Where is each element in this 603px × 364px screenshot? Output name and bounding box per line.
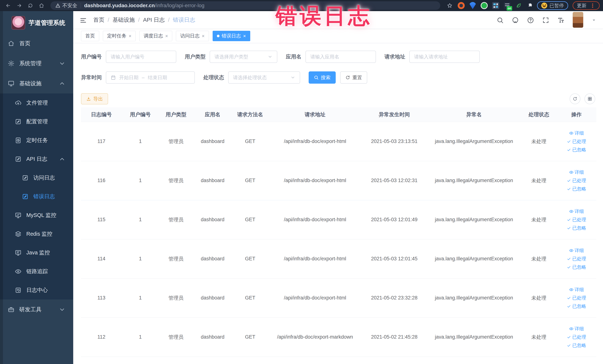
site-security[interactable]: 不安全 [55,2,77,9]
search-button[interactable]: 搜索 [309,71,336,84]
cell-url: /api/infra/db-doc/export-html [268,239,362,278]
action-详细[interactable]: 详细 [569,208,584,214]
cell-app_name: dashboard [193,239,232,278]
sidebar-item-研发工具[interactable]: 研发工具 [0,299,73,319]
extension-orange-icon[interactable] [458,2,465,9]
column-header: 用户编号 [122,107,159,122]
request-url-input[interactable] [409,51,480,63]
column-header: 异常发生时间 [362,107,427,122]
cell-actions: 详细已处理已忽略 [557,161,596,200]
action-详细[interactable]: 详细 [569,130,584,136]
sidebar-item-MySQL-监控[interactable]: MySQL 监控 [0,206,73,224]
close-icon[interactable]: × [129,34,131,38]
action-详细[interactable]: 详细 [569,286,584,293]
sidebar-item-链路追踪[interactable]: 链路追踪 [0,262,73,281]
action-已处理[interactable]: 已处理 [567,334,586,340]
breadcrumb-item[interactable]: 首页 [93,16,104,24]
edit-square-icon [22,175,29,181]
browser-forward-icon[interactable] [14,1,24,10]
tab-调度日志[interactable]: 调度日志× [139,31,172,41]
collapse-menu-icon[interactable] [80,16,87,24]
check-icon [567,304,571,309]
action-已处理[interactable]: 已处理 [567,177,586,184]
user-id-input[interactable] [106,51,176,63]
sidebar-item-Redis-监控[interactable]: Redis 监控 [0,224,73,243]
breadcrumb-item[interactable]: 基础设施 [113,16,135,24]
process-status-select[interactable]: 请选择处理状态 [228,71,300,84]
sidebar-item-首页[interactable]: 首页 [0,33,73,53]
action-已处理[interactable]: 已处理 [567,295,586,301]
sidebar-item-错误日志[interactable]: 错误日志 [0,187,73,206]
sidebar-item-系统管理[interactable]: 系统管理 [0,53,73,73]
export-button[interactable]: 导出 [81,93,108,104]
extensions-puzzle-icon[interactable] [527,2,534,9]
extension-grid-icon[interactable] [492,2,499,9]
user-type-select[interactable]: 请选择用户类型 [210,51,277,63]
action-已忽略[interactable]: 已忽略 [567,303,586,309]
app-name-label: 应用名 [286,53,302,60]
action-已忽略[interactable]: 已忽略 [567,147,586,153]
browser-menu-dots-icon[interactable]: ⋮ [590,2,595,9]
reset-button[interactable]: 重置 [340,71,367,84]
browser-reload-icon[interactable] [26,1,35,10]
chevron-up-icon [59,80,65,87]
close-icon[interactable]: × [165,34,168,38]
extension-blue-icon[interactable] [469,2,476,9]
security-label: 不安全 [62,2,77,9]
action-详细[interactable]: 详细 [569,326,584,332]
browser-back-icon[interactable] [3,1,13,10]
refresh-table-button[interactable] [570,94,580,104]
column-settings-button[interactable] [584,94,595,104]
cell-status: 未处理 [521,239,557,278]
sidebar-item-API-日志[interactable]: API 日志 [0,150,73,168]
column-header: 应用名 [193,107,232,122]
action-已忽略[interactable]: 已忽略 [567,186,586,192]
sidebar-item-定时任务[interactable]: 定时任务 [0,131,73,150]
paused-extension-pill[interactable]: 已暂停 [537,1,568,10]
action-已处理[interactable]: 已处理 [567,138,586,144]
date-range-picker[interactable]: 开始日期 – 结束日期 [106,71,195,84]
action-已处理[interactable]: 已处理 [567,217,586,223]
cell-exception: java.lang.IllegalArgumentException [427,200,521,239]
sidebar-item-日志中心[interactable]: 日志中心 [0,281,73,299]
tab-首页[interactable]: 首页 [81,31,99,41]
address-bar[interactable]: 不安全 dashboard.yudao.iocoder.cn/infra/log… [50,1,440,10]
breadcrumb-item[interactable]: API 日志 [143,16,165,24]
action-已忽略[interactable]: 已忽略 [567,225,586,231]
action-详细[interactable]: 详细 [569,247,584,254]
avatar-caret-icon[interactable] [591,17,596,23]
app-logo[interactable]: 芋道管理系统 [0,11,73,33]
user-avatar[interactable] [573,12,583,28]
fullscreen-icon[interactable] [542,16,549,24]
action-详细[interactable]: 详细 [569,169,584,175]
update-button[interactable]: 更新 ⋮ [573,1,600,10]
font-size-icon[interactable] [557,16,564,24]
tab-错误日志[interactable]: 错误日志× [213,31,250,41]
close-icon[interactable]: × [243,34,246,38]
github-icon[interactable] [512,16,519,24]
tab-访问日志[interactable]: 访问日志× [176,31,209,41]
chevron-up-icon [59,156,65,163]
sidebar-item-Java-监控[interactable]: Java 监控 [0,243,73,262]
action-已忽略[interactable]: 已忽略 [567,342,586,348]
chevron-down-icon [268,54,272,59]
tab-定时任务[interactable]: 定时任务× [103,31,136,41]
extension-green-icon[interactable] [481,2,488,9]
table-row: 1121管理员dashboardGET/api/infra/db-doc/exp… [81,317,596,357]
home-icon [8,40,14,47]
sidebar-item-基础设施[interactable]: 基础设施 [0,73,73,94]
extension-leaf-icon[interactable] [515,2,522,9]
action-已忽略[interactable]: 已忽略 [567,264,586,270]
sidebar-item-配置管理[interactable]: 配置管理 [0,112,73,131]
close-icon[interactable]: × [202,34,204,38]
sidebar-item-文件管理[interactable]: 文件管理 [0,94,73,112]
action-已处理[interactable]: 已处理 [567,256,586,262]
extension-switch-icon[interactable]: on [504,2,511,9]
search-icon[interactable] [497,16,504,24]
browser-home-icon[interactable] [37,1,46,10]
app-name-input[interactable] [305,51,376,63]
paused-label: 已暂停 [549,2,564,9]
help-icon[interactable] [527,16,534,24]
sidebar-item-访问日志[interactable]: 访问日志 [0,168,73,187]
bookmark-star-icon[interactable] [446,2,453,9]
